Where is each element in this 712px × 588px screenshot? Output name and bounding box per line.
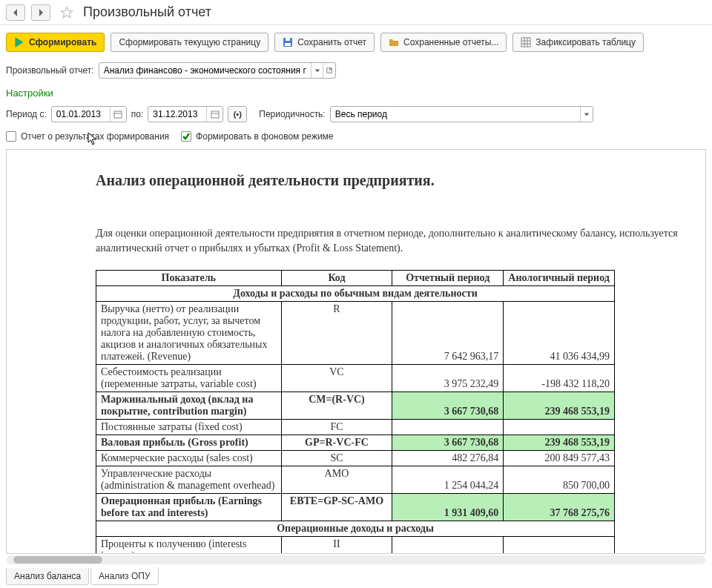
table-row: Выручка (нетто) от реализации продукции,… [96,302,615,365]
results-checkbox[interactable]: Отчет о результатах формирования [6,131,169,142]
table-row: Постоянные затраты (fixed cost) FC [96,420,615,435]
generate-button[interactable]: Сформировать [6,33,105,52]
col-code: Код [281,271,392,286]
generate-page-label: Сформировать текущую страницу [119,37,260,47]
favorite-star-icon[interactable] [59,5,74,20]
period-from-input[interactable] [52,109,110,119]
report-selector-label: Произвольный отчет: [6,65,94,76]
periodicity-label: Периодичность: [259,109,325,119]
report-selector[interactable] [99,62,336,79]
svg-rect-9 [114,111,122,118]
table-row: Валовая прибыль (Gross profit) GP=R-VC-F… [96,435,615,451]
horizontal-scrollbar[interactable] [6,555,706,564]
period-selector-button[interactable]: (•) [228,106,247,122]
diskette-icon [283,37,293,47]
grid-icon [521,37,531,47]
save-report-button[interactable]: Сохранить отчет [274,33,375,52]
report-viewport[interactable]: Анализ операционной деятельности предпри… [6,149,706,554]
period-to-input[interactable] [148,109,206,119]
section-header: Доходы и расходы по обычным видам деятел… [96,286,615,302]
settings-title: Настройки [0,86,712,105]
nav-back-button[interactable] [6,4,25,21]
open-external-icon[interactable] [323,63,334,78]
folder-icon [389,37,399,47]
page-title: Произвольный отчет [83,4,211,20]
section-header: Операционные доходы и расходы [96,521,615,537]
dropdown-icon[interactable] [311,63,323,78]
period-to-field[interactable] [148,106,223,122]
col-indicator: Показатель [96,271,282,286]
table-row: Проценты к получению (interests income) … [96,537,615,554]
report-title: Анализ операционной деятельности предпри… [96,172,706,189]
svg-rect-3 [521,38,530,47]
saved-reports-button[interactable]: Сохраненные отчеты... [380,33,507,52]
checkbox-icon [181,131,191,142]
period-from-field[interactable] [51,106,127,122]
tab-balance[interactable]: Анализ баланса [6,568,89,585]
table-row: Коммерческие расходы (sales cost) SC 482… [96,451,615,466]
table-row: Управленческие расходы (administration &… [96,466,615,494]
scrollbar-thumb[interactable] [13,556,102,564]
nav-forward-button[interactable] [31,4,50,21]
table-row: Себестоимость реализации (переменные зат… [96,365,615,392]
save-label: Сохранить отчет [297,37,366,47]
fix-table-label: Зафиксировать таблицу [535,37,636,47]
table-row: Операционная прибыль (Earnings before ta… [96,494,615,521]
dropdown-icon[interactable] [580,107,593,122]
period-from-label: Период с: [6,109,47,119]
calendar-icon[interactable] [110,107,126,122]
table-row: Маржинальный доход (вклад на покрытие, c… [96,392,615,420]
tab-opu[interactable]: Анализ ОПУ [90,567,158,585]
background-checkbox[interactable]: Формировать в фоновом режиме [181,131,333,142]
col-report-period: Отчетный период [392,271,504,286]
svg-rect-1 [286,38,290,41]
periodicity-selector[interactable] [330,106,593,122]
generate-label: Сформировать [29,37,96,47]
report-intro: Для оценки операционной деятельности пре… [96,226,706,255]
generate-current-page-button[interactable]: Сформировать текущую страницу [111,33,268,52]
results-checkbox-label: Отчет о результатах формирования [21,131,169,142]
period-to-label: по: [131,109,144,119]
background-checkbox-label: Формировать в фоновом режиме [196,131,333,142]
svg-rect-11 [211,111,219,118]
checkbox-icon [6,131,16,142]
fix-table-button[interactable]: Зафиксировать таблицу [512,33,644,52]
svg-rect-2 [285,43,291,46]
report-table: Показатель Код Отчетный период Анологичн… [96,270,615,554]
periodicity-input[interactable] [331,109,580,119]
col-analog-period: Анологичный период [504,271,615,286]
saved-reports-label: Сохраненные отчеты... [403,37,498,47]
calendar-icon[interactable] [206,107,222,122]
report-selector-input[interactable] [99,65,312,76]
play-icon [14,37,24,47]
